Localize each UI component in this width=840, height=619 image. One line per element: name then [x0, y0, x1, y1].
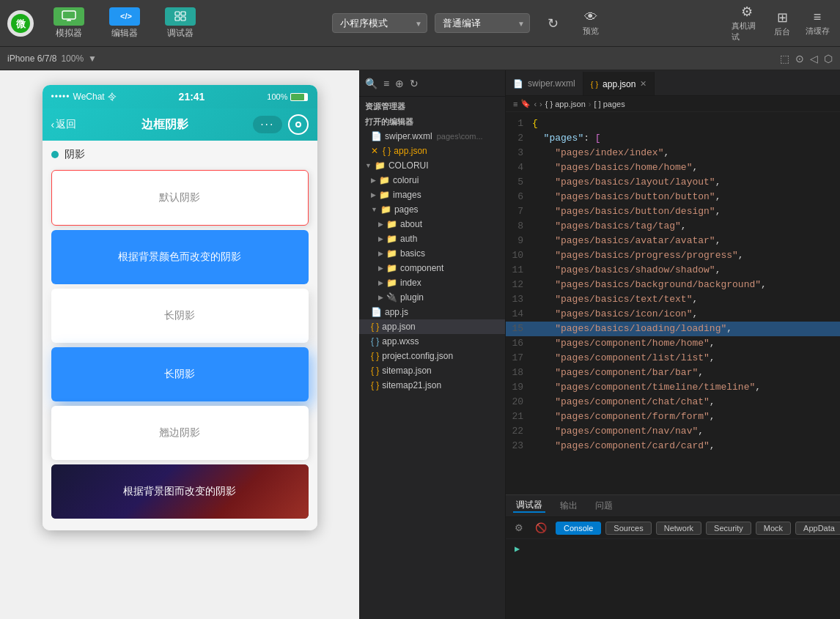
phone-content[interactable]: 阴影 默认阴影 根据背景颜色而改变的阴影 长阴影 长阴影 翘边阴影 — [43, 141, 317, 530]
app-wxss-file[interactable]: { } app.wxss — [359, 334, 505, 349]
code-line-1: 1 { — [506, 116, 840, 131]
basics-folder[interactable]: ▶ 📁 basics — [359, 246, 505, 261]
nav-back-btn[interactable]: ‹ 返回 — [51, 118, 77, 131]
auth-folder-icon: 📁 — [386, 234, 397, 244]
real-debug-btn[interactable]: ⚙ 真机调试 — [732, 8, 762, 39]
colorui-folder[interactable]: ▶ 📁 colorui — [359, 173, 505, 188]
breadcrumb-back-btn[interactable]: ‹ — [534, 100, 537, 108]
index-folder[interactable]: ▶ 📁 index — [359, 275, 505, 290]
scale-label: 100% — [61, 53, 84, 64]
images-folder[interactable]: ▶ 📁 images — [359, 188, 505, 202]
editor-icon: </> — [109, 7, 140, 26]
console-btn-appdata[interactable]: AppData — [795, 522, 840, 535]
svg-rect-2 — [62, 11, 75, 19]
app-json-file[interactable]: { } app.json — [359, 319, 505, 334]
clear-cache-btn[interactable]: ≡ 清缓存 — [802, 8, 833, 39]
console-btn-console[interactable]: Console — [556, 522, 601, 535]
project-config-json-file[interactable]: { } project.config.json — [359, 349, 505, 363]
nav-more-btn[interactable]: ··· — [253, 116, 281, 133]
status-left: ••••• WeChat 令 — [51, 91, 117, 103]
long-shadow-white-label: 长阴影 — [164, 309, 195, 322]
folder-icon: 📁 — [375, 160, 386, 171]
svg-rect-9 — [181, 17, 185, 21]
console-toolbar: ⚙ 🚫 Console Sources Network Security Moc… — [506, 517, 840, 539]
edge-shadow-card: 翘边阴影 — [51, 406, 309, 460]
open-file-swiper-wxml[interactable]: 📄 swiper.wxml pages\com... — [359, 129, 505, 144]
basics-folder-label: basics — [400, 248, 425, 259]
filetree-refresh-icon[interactable]: ↻ — [410, 78, 419, 89]
search-icon[interactable]: 🔍 — [365, 78, 377, 89]
console-btn-security[interactable]: Security — [706, 522, 751, 535]
open-file-app-json[interactable]: ✕ { } app.json — [359, 144, 505, 158]
sitemap-json-file[interactable]: { } sitemap.json — [359, 363, 505, 378]
real-debug-icon: ⚙ — [741, 4, 753, 20]
compile-select-wrapper[interactable]: 普通编译 ▼ — [435, 13, 530, 33]
console-btn-mock[interactable]: Mock — [756, 522, 791, 535]
json-tab-icon: { } — [591, 80, 598, 89]
console-tab-output[interactable]: 输出 — [557, 500, 581, 512]
auth-folder[interactable]: ▶ 📁 auth — [359, 231, 505, 246]
console-content: ▶ — [506, 539, 840, 619]
console-btn-network[interactable]: Network — [656, 522, 701, 535]
index-folder-icon: 📁 — [386, 278, 397, 288]
record-inner-icon — [295, 122, 301, 127]
screenshot-icon[interactable]: ⬡ — [824, 53, 833, 64]
code-line-3: 3 "pages/index/index", — [506, 146, 840, 160]
code-line-17: 17 "pages/component/list/list", — [506, 351, 840, 366]
console-clear-icon[interactable]: 🚫 — [532, 521, 550, 535]
simulator-btn[interactable]: 模拟器 — [43, 4, 95, 42]
code-line-16: 16 "pages/component/home/home", — [506, 336, 840, 351]
mode-select[interactable]: 小程序模式 — [332, 13, 427, 33]
mode-select-wrapper[interactable]: 小程序模式 ▼ — [332, 13, 427, 33]
svg-text:</>: </> — [120, 12, 132, 21]
console-tab-debugger[interactable]: 调试器 — [513, 499, 545, 513]
device-label[interactable]: iPhone 6/7/8 — [7, 53, 56, 64]
phone-nav-bar: ‹ 返回 边框阴影 ··· — [43, 108, 317, 141]
toolbar-right: ⚙ 真机调试 ⊞ 后台 ≡ 清缓存 — [732, 8, 833, 39]
filetree-add-icon[interactable]: ⊕ — [395, 78, 404, 89]
app-logo: 微 — [7, 10, 34, 37]
simulator-icon — [54, 7, 84, 26]
app-js-file[interactable]: 📄 app.js — [359, 305, 505, 319]
compile-select[interactable]: 普通编译 — [435, 13, 530, 33]
index-folder-label: index — [400, 278, 421, 288]
audio-icon[interactable]: ◁ — [810, 53, 818, 64]
split-btn[interactable]: ⊞ 后台 — [767, 8, 797, 39]
sitemap21-json-file[interactable]: { } sitemap21.json — [359, 378, 505, 393]
app-js-icon: 📄 — [371, 307, 382, 317]
debug-btn[interactable]: 调试器 — [154, 4, 207, 42]
preview-btn[interactable]: 👁 预览 — [575, 8, 606, 39]
app-wxss-icon: { } — [371, 336, 379, 346]
sitemap21-json-icon: { } — [371, 380, 379, 390]
tab-app-json[interactable]: { } app.json ✕ — [583, 72, 655, 95]
component-folder[interactable]: ▶ 📁 component — [359, 261, 505, 275]
console-btn-sources[interactable]: Sources — [605, 522, 651, 535]
nav-record-btn[interactable] — [288, 114, 309, 135]
tab-swiper-wxml[interactable]: 📄 swiper.wxml — [506, 72, 583, 95]
section-dot-icon — [51, 151, 59, 158]
pages-folder-label: pages — [394, 204, 419, 215]
code-line-21: 21 "pages/component/form/form", — [506, 409, 840, 424]
editor-btn[interactable]: </> 编辑器 — [98, 4, 151, 42]
console-tab-problems[interactable]: 问题 — [592, 500, 616, 512]
refresh-btn[interactable]: ↻ — [537, 8, 568, 39]
console-settings-icon[interactable]: ⚙ — [512, 521, 526, 535]
colorui-root-label: COLORUI — [388, 160, 429, 171]
pages-folder[interactable]: ▼ 📁 pages — [359, 202, 505, 217]
colorui-root[interactable]: ▼ 📁 COLORUI — [359, 158, 505, 173]
breadcrumb-bookmark-icon: 🔖 — [520, 99, 531, 108]
split-icon: ⊞ — [777, 10, 788, 26]
component-folder-icon: 📁 — [386, 263, 397, 273]
plugin-folder-label: plugin — [400, 292, 424, 303]
filetree-menu-icon[interactable]: ≡ — [383, 78, 389, 89]
code-area[interactable]: 1 { 2 "pages": [ 3 "pages/index/index", … — [506, 112, 840, 494]
tab-close-btn[interactable]: ✕ — [640, 79, 646, 89]
basics-arrow-icon: ▶ — [378, 250, 383, 257]
breadcrumb-forward-btn[interactable]: › — [539, 100, 542, 108]
about-folder[interactable]: ▶ 📁 about — [359, 217, 505, 231]
record-icon[interactable]: ⊙ — [795, 53, 804, 64]
plugin-folder[interactable]: ▶ 🔌 plugin — [359, 290, 505, 305]
json-file-icon: { } — [383, 146, 391, 156]
rotate-icon[interactable]: ⬚ — [780, 53, 789, 64]
code-line-23: 23 "pages/component/card/card", — [506, 439, 840, 453]
